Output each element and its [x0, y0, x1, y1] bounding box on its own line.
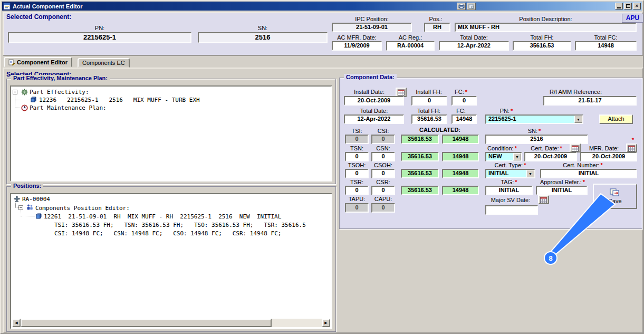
titlebar-print-button[interactable]	[457, 3, 466, 10]
chevron-down-icon[interactable]: ▼	[526, 170, 534, 177]
csr-field[interactable]: 0	[371, 186, 395, 195]
required-asterisk: *	[630, 137, 636, 143]
tsr-label: TSR:	[345, 179, 369, 185]
cert-type-combo[interactable]: INITIAL ▼	[485, 169, 535, 178]
tab-component-editor[interactable]: Component Editor	[4, 57, 72, 68]
pos-label: Pos.:	[419, 16, 452, 22]
mfr-date-label: MFR. Date:	[584, 145, 623, 151]
close-button[interactable]: ×	[633, 3, 641, 9]
header-total-date-label: Total Date:	[439, 34, 509, 41]
pn-combo[interactable]: 2215625-1 ▼	[485, 114, 583, 124]
install-date-field[interactable]: 20-Oct-2009	[344, 96, 404, 106]
maximize-icon	[626, 4, 630, 8]
install-fh-label: Install FH:	[410, 89, 447, 95]
position-description-label: Position Description:	[455, 16, 637, 22]
condition-label: Condition:*	[481, 145, 523, 151]
mfr-date-calendar-button[interactable]	[626, 144, 637, 152]
header-total-fc-field: 14948	[575, 41, 637, 51]
calendar-icon	[540, 197, 547, 203]
calculated-fh-field-4: 35616.53	[401, 186, 439, 195]
part-effectivity-group-title: Part Effectivity, Maintenance Plan:	[11, 75, 110, 81]
tree-item-position-detail-fc[interactable]: CSI: 14948 FC; CSN: 14948 FC; CSO: 14948…	[54, 230, 281, 237]
part-effectivity-tree[interactable]: − Part Effectivity:	[10, 85, 332, 182]
csn-field[interactable]: 0	[371, 152, 395, 161]
major-sv-date-calendar-button[interactable]	[538, 195, 549, 204]
ipc-position-field: 21-51-09-01	[332, 23, 412, 32]
cert-date-calendar-button[interactable]	[570, 144, 581, 152]
calendar-icon	[398, 89, 405, 96]
total-fh-field[interactable]: 35616.53	[411, 114, 447, 124]
components-editor-icon	[26, 204, 33, 211]
ri-amm-reference-field[interactable]: 21-51-17	[543, 96, 637, 106]
window-title: Actual Component Editor	[13, 3, 83, 9]
csi-field: 0	[371, 135, 395, 144]
tab-components-ec[interactable]: Components EC	[78, 58, 130, 68]
pn-data-label: PN:*	[480, 108, 533, 114]
tree-item-part-effectivity-entry[interactable]: 12236 2215625-1 2516 MIX MUFF - TURB EXH	[39, 97, 200, 103]
component-data-group: Component Data: Install Date: Install FH…	[339, 78, 642, 229]
titlebar[interactable]: Actual Component Editor ×	[2, 2, 642, 11]
chevron-down-icon[interactable]: ▼	[574, 116, 582, 123]
sn-field[interactable]: 2516	[485, 135, 588, 144]
total-fc-field[interactable]: 14948	[451, 114, 477, 124]
csn-label: CSN:	[371, 145, 395, 151]
install-fh-field[interactable]: 0	[411, 96, 447, 106]
tsn-label: TSN:	[345, 145, 369, 151]
horizontal-scrollbar[interactable]: ◀ ▶	[12, 319, 330, 327]
condition-combo[interactable]: NEW ▼	[485, 152, 522, 161]
csoh-label: CSOH:	[371, 162, 395, 168]
install-fc-field[interactable]: 0	[451, 96, 477, 106]
positions-group-title: Positions:	[11, 183, 43, 189]
total-date-field[interactable]: 12-Apr-2022	[344, 114, 404, 124]
tsr-field[interactable]: 0	[345, 186, 369, 195]
required-asterisk: *	[465, 89, 467, 95]
required-asterisk: *	[560, 145, 562, 151]
csoh-field[interactable]: 0	[371, 169, 395, 178]
cert-date-label: Cert. Date:*	[525, 145, 568, 151]
attach-button[interactable]: Attach	[599, 114, 633, 124]
aircraft-icon	[13, 196, 21, 202]
approval-refer-field[interactable]: INITIAL	[536, 186, 588, 195]
save-button[interactable]: Save	[593, 184, 637, 209]
scroll-left-button[interactable]: ◀	[12, 319, 21, 327]
calculated-fc-field-1: 14948	[442, 135, 479, 144]
tag-field[interactable]: INITIAL	[485, 186, 533, 195]
tree-item-components-position-editor[interactable]: Components Position Editor:	[35, 205, 130, 212]
tree-expander[interactable]: −	[13, 90, 17, 94]
header-total-fh-field: 35616.53	[513, 41, 571, 51]
tree-item-position-entry[interactable]: 12261 21-51-09-01 RH MIX MUFF - RH 22156…	[44, 213, 281, 220]
tree-item-part-maintenance-plan[interactable]: Part Maintenance Plan:	[30, 104, 107, 111]
capu-field: 0	[371, 203, 395, 213]
major-sv-date-field[interactable]	[485, 205, 538, 215]
component-cube-icon	[31, 97, 36, 102]
maximize-button[interactable]	[624, 3, 632, 9]
tree-expander[interactable]: −	[18, 205, 23, 210]
tsi-field: 0	[345, 135, 369, 144]
part-effectivity-group: Part Effectivity, Maintenance Plan: −	[6, 79, 336, 184]
tree-item-position-detail-fh[interactable]: TSI: 35616.53 FH; TSN: 35616.53 FH; TSO:…	[54, 222, 306, 228]
cert-number-label: Cert. Number:*	[543, 162, 622, 168]
tree-item-aircraft-registration[interactable]: RA-00004	[22, 196, 50, 203]
scrollbar-thumb[interactable]	[21, 319, 272, 327]
tree-item-part-effectivity-root[interactable]: Part Effectivity:	[30, 89, 89, 96]
tsn-field[interactable]: 0	[345, 152, 369, 161]
minimize-button[interactable]	[615, 3, 623, 9]
major-sv-date-label: Major SV Date:	[485, 197, 536, 203]
pn-display-field: 2215625-1	[8, 32, 191, 43]
ac-reg-label: AC Reg.:	[386, 34, 435, 41]
titlebar-preview-button[interactable]	[467, 3, 476, 10]
cert-number-field[interactable]: INITIAL	[540, 169, 637, 178]
tsoh-field[interactable]: 0	[345, 169, 369, 178]
tab-content: Selected Component: Part Effectivity, Ma…	[3, 68, 643, 333]
calculated-fc-field-3: 14948	[442, 169, 479, 178]
capu-label: CAPU:	[371, 196, 395, 202]
mfr-date-field[interactable]: 20-Oct-2009	[580, 152, 637, 161]
required-asterisk: *	[600, 162, 602, 168]
chevron-down-icon[interactable]: ▼	[513, 153, 521, 160]
calculated-fh-field-3: 35616.53	[401, 169, 439, 178]
calculated-fh-field-1: 35616.53	[401, 135, 439, 144]
scroll-right-button[interactable]: ▶	[322, 319, 330, 327]
gear-icon	[21, 89, 28, 96]
cert-date-field[interactable]: 20-Oct-2009	[524, 152, 577, 161]
positions-tree[interactable]: RA-00004 − Components Position Editor: 1…	[10, 193, 332, 329]
